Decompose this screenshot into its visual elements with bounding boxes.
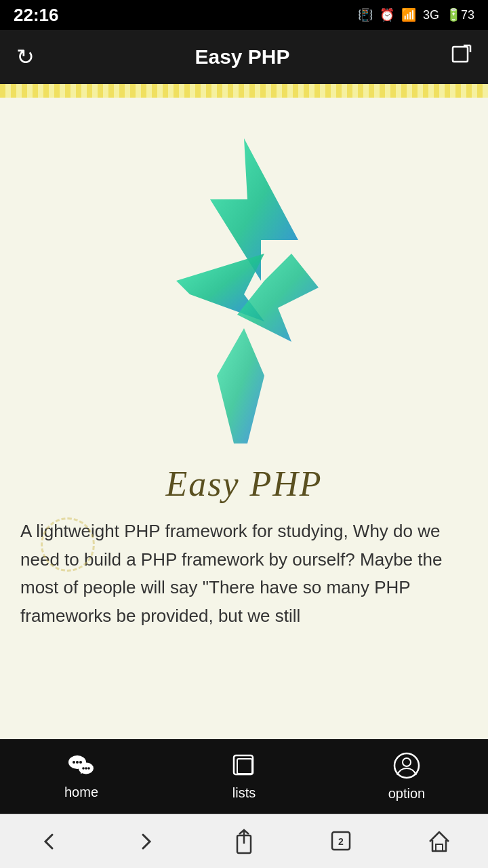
- page-title: Easy PHP: [195, 45, 289, 68]
- svg-point-10: [79, 761, 82, 764]
- svg-point-20: [403, 758, 411, 766]
- share-button[interactable]: [224, 821, 264, 862]
- tab-home-label: home: [64, 785, 98, 800]
- tab-lists[interactable]: lists: [163, 753, 325, 801]
- alarm-icon: ⏰: [380, 7, 394, 22]
- svg-point-15: [87, 767, 90, 770]
- svg-rect-25: [436, 844, 443, 851]
- signal-icon: 3G: [423, 8, 439, 22]
- app-logo: [156, 118, 332, 457]
- scroll-decoration: [41, 517, 95, 572]
- tab-home[interactable]: home: [0, 753, 163, 800]
- svg-point-13: [82, 767, 85, 770]
- status-bar: 22:16 📳 ⏰ 📶 3G 🔋73: [0, 0, 488, 30]
- wifi-icon: 📶: [401, 7, 416, 22]
- svg-point-14: [85, 767, 87, 770]
- tab-bar: home lists option: [0, 739, 488, 814]
- yellow-strip: [0, 84, 488, 98]
- tabs-button[interactable]: 2: [321, 821, 362, 862]
- edit-button[interactable]: [450, 44, 472, 71]
- tab-lists-label: lists: [232, 785, 256, 801]
- app-title: Easy PHP: [165, 464, 322, 504]
- svg-rect-0: [453, 47, 468, 62]
- svg-point-8: [73, 761, 75, 764]
- tab-option-label: option: [388, 786, 426, 802]
- status-icons: 📳 ⏰ 📶 3G 🔋73: [358, 7, 474, 22]
- home-icon: [67, 753, 96, 781]
- status-time: 22:16: [14, 5, 59, 26]
- svg-point-9: [76, 761, 79, 764]
- back-button[interactable]: [28, 821, 69, 862]
- tab-option[interactable]: option: [325, 752, 488, 802]
- logo-container: [149, 111, 339, 464]
- svg-marker-6: [217, 328, 264, 443]
- home-nav-button[interactable]: [419, 821, 460, 862]
- main-content: Easy PHP A lightweight PHP framework for…: [0, 98, 488, 739]
- refresh-button[interactable]: ↻: [16, 44, 35, 70]
- bottom-nav: 2: [0, 814, 488, 868]
- lists-icon: [231, 753, 257, 781]
- nav-bar: ↻ Easy PHP: [0, 30, 488, 84]
- svg-text:2: 2: [338, 836, 344, 847]
- vibrate-icon: 📳: [358, 7, 373, 22]
- forward-button[interactable]: [126, 821, 167, 862]
- option-icon: [393, 752, 420, 782]
- battery-icon: 🔋73: [446, 7, 474, 22]
- svg-rect-18: [237, 759, 252, 774]
- description-container: A lightweight PHP framework for studying…: [20, 517, 468, 630]
